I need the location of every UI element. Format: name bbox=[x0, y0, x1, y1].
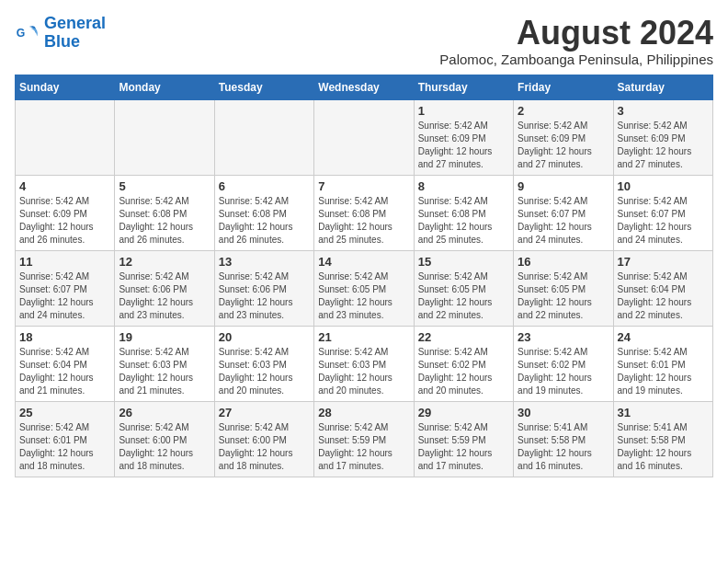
column-header-saturday: Saturday bbox=[613, 75, 712, 99]
day-number: 26 bbox=[119, 406, 210, 419]
calendar-cell: 27Sunrise: 5:42 AM Sunset: 6:00 PM Dayli… bbox=[214, 401, 313, 477]
title-block: August 2024 Palomoc, Zamboanga Peninsula… bbox=[439, 15, 713, 67]
day-number: 15 bbox=[418, 255, 509, 269]
day-number: 25 bbox=[19, 406, 110, 419]
logo-text: General Blue bbox=[44, 15, 106, 52]
day-info: Sunrise: 5:42 AM Sunset: 6:06 PM Dayligh… bbox=[119, 270, 210, 322]
day-info: Sunrise: 5:42 AM Sunset: 6:09 PM Dayligh… bbox=[19, 195, 110, 247]
day-info: Sunrise: 5:42 AM Sunset: 6:03 PM Dayligh… bbox=[318, 346, 409, 397]
day-info: Sunrise: 5:42 AM Sunset: 6:09 PM Dayligh… bbox=[518, 120, 609, 171]
day-number: 18 bbox=[19, 330, 110, 344]
calendar-cell bbox=[214, 99, 313, 175]
calendar-cell: 9Sunrise: 5:42 AM Sunset: 6:07 PM Daylig… bbox=[514, 175, 613, 250]
calendar-cell: 25Sunrise: 5:42 AM Sunset: 6:01 PM Dayli… bbox=[16, 401, 115, 477]
day-number: 13 bbox=[219, 255, 310, 269]
calendar-cell: 7Sunrise: 5:42 AM Sunset: 6:08 PM Daylig… bbox=[314, 175, 414, 250]
day-number: 22 bbox=[418, 330, 509, 344]
calendar-cell: 26Sunrise: 5:42 AM Sunset: 6:00 PM Dayli… bbox=[115, 401, 214, 477]
column-header-thursday: Thursday bbox=[414, 75, 513, 99]
week-row-3: 11Sunrise: 5:42 AM Sunset: 6:07 PM Dayli… bbox=[16, 250, 713, 326]
svg-text:G: G bbox=[17, 26, 26, 39]
day-number: 4 bbox=[19, 179, 110, 193]
day-number: 17 bbox=[618, 255, 709, 269]
day-info: Sunrise: 5:42 AM Sunset: 6:03 PM Dayligh… bbox=[119, 346, 210, 397]
column-header-monday: Monday bbox=[115, 75, 214, 99]
calendar-cell: 24Sunrise: 5:42 AM Sunset: 6:01 PM Dayli… bbox=[613, 326, 712, 401]
day-info: Sunrise: 5:42 AM Sunset: 6:08 PM Dayligh… bbox=[318, 195, 409, 247]
location: Palomoc, Zamboanga Peninsula, Philippine… bbox=[439, 52, 713, 67]
day-info: Sunrise: 5:42 AM Sunset: 6:03 PM Dayligh… bbox=[219, 346, 310, 397]
calendar-cell: 16Sunrise: 5:42 AM Sunset: 6:05 PM Dayli… bbox=[514, 250, 613, 326]
day-info: Sunrise: 5:42 AM Sunset: 6:07 PM Dayligh… bbox=[518, 195, 609, 247]
day-info: Sunrise: 5:42 AM Sunset: 5:59 PM Dayligh… bbox=[418, 421, 509, 473]
day-number: 9 bbox=[518, 179, 609, 193]
column-header-sunday: Sunday bbox=[16, 75, 115, 99]
day-number: 5 bbox=[119, 179, 210, 193]
column-header-wednesday: Wednesday bbox=[314, 75, 414, 99]
column-header-tuesday: Tuesday bbox=[214, 75, 313, 99]
day-number: 19 bbox=[119, 330, 210, 344]
calendar-cell: 28Sunrise: 5:42 AM Sunset: 5:59 PM Dayli… bbox=[314, 401, 414, 477]
day-number: 24 bbox=[618, 330, 709, 344]
month-year: August 2024 bbox=[439, 15, 713, 52]
day-info: Sunrise: 5:42 AM Sunset: 6:01 PM Dayligh… bbox=[618, 346, 709, 397]
day-number: 21 bbox=[318, 330, 409, 344]
calendar-cell: 29Sunrise: 5:42 AM Sunset: 5:59 PM Dayli… bbox=[414, 401, 513, 477]
day-number: 8 bbox=[418, 179, 509, 193]
calendar-cell: 11Sunrise: 5:42 AM Sunset: 6:07 PM Dayli… bbox=[16, 250, 115, 326]
day-number: 31 bbox=[618, 406, 709, 419]
calendar-cell: 8Sunrise: 5:42 AM Sunset: 6:08 PM Daylig… bbox=[414, 175, 513, 250]
day-number: 6 bbox=[219, 179, 310, 193]
day-number: 3 bbox=[618, 104, 709, 118]
day-info: Sunrise: 5:42 AM Sunset: 6:01 PM Dayligh… bbox=[19, 421, 110, 473]
logo: G General Blue bbox=[15, 15, 106, 52]
page-header: G General Blue August 2024 Palomoc, Zamb… bbox=[15, 15, 713, 67]
calendar-cell: 22Sunrise: 5:42 AM Sunset: 6:02 PM Dayli… bbox=[414, 326, 513, 401]
day-info: Sunrise: 5:42 AM Sunset: 6:02 PM Dayligh… bbox=[518, 346, 609, 397]
calendar-cell bbox=[115, 99, 214, 175]
calendar-cell: 14Sunrise: 5:42 AM Sunset: 6:05 PM Dayli… bbox=[314, 250, 414, 326]
day-info: Sunrise: 5:42 AM Sunset: 6:07 PM Dayligh… bbox=[19, 270, 110, 322]
calendar-cell: 10Sunrise: 5:42 AM Sunset: 6:07 PM Dayli… bbox=[613, 175, 712, 250]
day-info: Sunrise: 5:42 AM Sunset: 6:02 PM Dayligh… bbox=[418, 346, 509, 397]
day-number: 20 bbox=[219, 330, 310, 344]
calendar-cell bbox=[314, 99, 414, 175]
calendar-cell: 6Sunrise: 5:42 AM Sunset: 6:08 PM Daylig… bbox=[214, 175, 313, 250]
day-number: 10 bbox=[618, 179, 709, 193]
logo-icon: G bbox=[15, 20, 40, 46]
day-number: 23 bbox=[518, 330, 609, 344]
day-info: Sunrise: 5:42 AM Sunset: 6:04 PM Dayligh… bbox=[19, 346, 110, 397]
day-info: Sunrise: 5:42 AM Sunset: 6:00 PM Dayligh… bbox=[119, 421, 210, 473]
day-number: 7 bbox=[318, 179, 409, 193]
day-info: Sunrise: 5:42 AM Sunset: 6:09 PM Dayligh… bbox=[618, 120, 709, 171]
day-number: 2 bbox=[518, 104, 609, 118]
calendar-cell: 20Sunrise: 5:42 AM Sunset: 6:03 PM Dayli… bbox=[214, 326, 313, 401]
day-info: Sunrise: 5:42 AM Sunset: 6:08 PM Dayligh… bbox=[119, 195, 210, 247]
day-info: Sunrise: 5:41 AM Sunset: 5:58 PM Dayligh… bbox=[618, 421, 709, 473]
day-number: 16 bbox=[518, 255, 609, 269]
calendar-table: SundayMondayTuesdayWednesdayThursdayFrid… bbox=[15, 75, 713, 477]
calendar-cell: 1Sunrise: 5:42 AM Sunset: 6:09 PM Daylig… bbox=[414, 99, 513, 175]
day-info: Sunrise: 5:42 AM Sunset: 6:09 PM Dayligh… bbox=[418, 120, 509, 171]
column-header-friday: Friday bbox=[514, 75, 613, 99]
day-info: Sunrise: 5:42 AM Sunset: 5:59 PM Dayligh… bbox=[318, 421, 409, 473]
week-row-1: 1Sunrise: 5:42 AM Sunset: 6:09 PM Daylig… bbox=[16, 99, 713, 175]
week-row-5: 25Sunrise: 5:42 AM Sunset: 6:01 PM Dayli… bbox=[16, 401, 713, 477]
calendar-cell: 4Sunrise: 5:42 AM Sunset: 6:09 PM Daylig… bbox=[16, 175, 115, 250]
day-info: Sunrise: 5:42 AM Sunset: 6:08 PM Dayligh… bbox=[418, 195, 509, 247]
day-info: Sunrise: 5:41 AM Sunset: 5:58 PM Dayligh… bbox=[518, 421, 609, 473]
calendar-cell: 2Sunrise: 5:42 AM Sunset: 6:09 PM Daylig… bbox=[514, 99, 613, 175]
calendar-cell: 31Sunrise: 5:41 AM Sunset: 5:58 PM Dayli… bbox=[613, 401, 712, 477]
day-number: 29 bbox=[418, 406, 509, 419]
day-info: Sunrise: 5:42 AM Sunset: 6:08 PM Dayligh… bbox=[219, 195, 310, 247]
logo-line1: General bbox=[44, 14, 106, 32]
day-number: 12 bbox=[119, 255, 210, 269]
day-number: 1 bbox=[418, 104, 509, 118]
calendar-cell: 30Sunrise: 5:41 AM Sunset: 5:58 PM Dayli… bbox=[514, 401, 613, 477]
day-info: Sunrise: 5:42 AM Sunset: 6:05 PM Dayligh… bbox=[418, 270, 509, 322]
calendar-cell: 3Sunrise: 5:42 AM Sunset: 6:09 PM Daylig… bbox=[613, 99, 712, 175]
calendar-cell: 18Sunrise: 5:42 AM Sunset: 6:04 PM Dayli… bbox=[16, 326, 115, 401]
day-info: Sunrise: 5:42 AM Sunset: 6:05 PM Dayligh… bbox=[318, 270, 409, 322]
calendar-cell: 23Sunrise: 5:42 AM Sunset: 6:02 PM Dayli… bbox=[514, 326, 613, 401]
calendar-cell: 19Sunrise: 5:42 AM Sunset: 6:03 PM Dayli… bbox=[115, 326, 214, 401]
